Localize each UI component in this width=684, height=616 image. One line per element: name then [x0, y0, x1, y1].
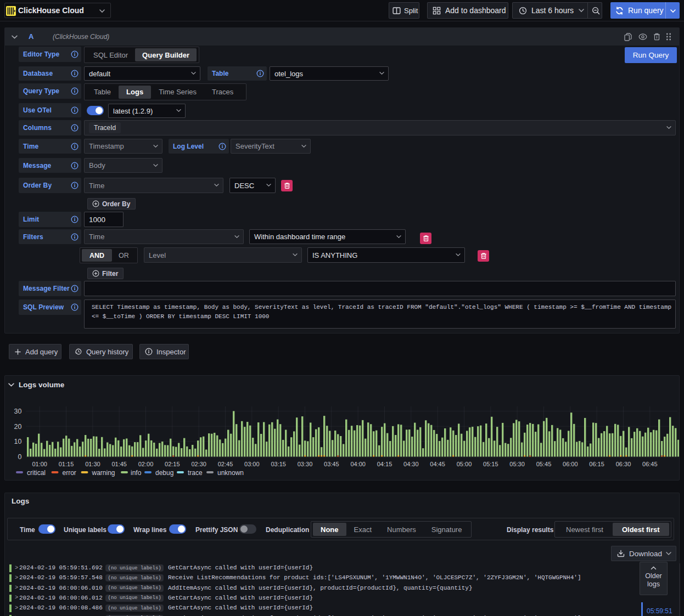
svg-text:06:30: 06:30 — [616, 461, 631, 467]
svg-text:03:30: 03:30 — [298, 461, 313, 467]
svg-text:unknown: unknown — [217, 469, 244, 477]
svg-text:05:00: 05:00 — [457, 461, 472, 467]
svg-text:04:45: 04:45 — [430, 461, 445, 467]
svg-text:debug: debug — [155, 469, 173, 477]
svg-text:03:00: 03:00 — [244, 461, 260, 467]
svg-text:30: 30 — [14, 408, 22, 415]
svg-text:01:45: 01:45 — [111, 461, 127, 467]
svg-text:04:00: 04:00 — [350, 461, 366, 467]
svg-text:05:15: 05:15 — [483, 461, 498, 467]
svg-text:04:30: 04:30 — [403, 461, 419, 467]
svg-text:01:15: 01:15 — [59, 461, 74, 467]
svg-text:warning: warning — [92, 469, 115, 477]
svg-text:02:30: 02:30 — [191, 461, 206, 467]
svg-text:critical: critical — [27, 469, 46, 477]
svg-text:01:00: 01:00 — [32, 461, 47, 467]
svg-text:01:30: 01:30 — [85, 461, 100, 467]
svg-text:0: 0 — [18, 453, 22, 461]
svg-text:06:15: 06:15 — [589, 461, 604, 467]
svg-text:05:30: 05:30 — [509, 461, 525, 467]
svg-text:02:45: 02:45 — [218, 461, 233, 467]
svg-text:06:00: 06:00 — [563, 461, 578, 467]
svg-text:20: 20 — [14, 423, 22, 431]
svg-text:error: error — [63, 469, 76, 477]
svg-text:info: info — [131, 469, 142, 477]
svg-text:trace: trace — [188, 469, 203, 477]
svg-text:06:45: 06:45 — [642, 461, 658, 467]
svg-text:02:15: 02:15 — [165, 461, 180, 467]
svg-text:04:15: 04:15 — [377, 461, 393, 467]
svg-text:03:15: 03:15 — [271, 461, 286, 467]
svg-text:05:45: 05:45 — [536, 461, 552, 467]
svg-text:02:00: 02:00 — [138, 461, 154, 467]
svg-text:03:45: 03:45 — [324, 461, 339, 467]
svg-text:10: 10 — [14, 438, 22, 445]
